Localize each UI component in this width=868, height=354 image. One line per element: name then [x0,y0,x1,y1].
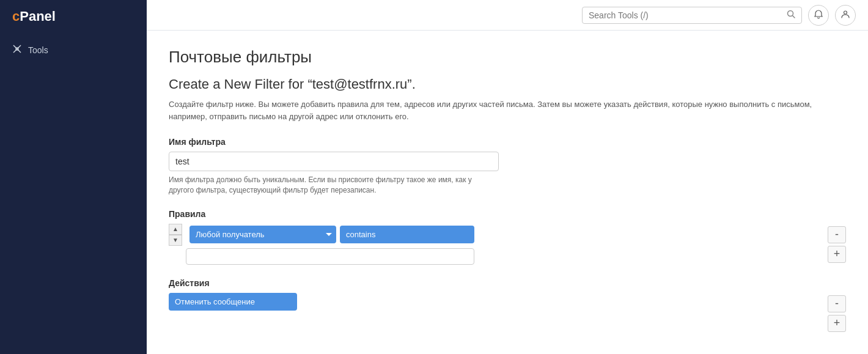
actions-plus-button[interactable]: + [828,315,846,332]
content: Почтовые фильтры Create a New Filter for… [147,31,868,354]
actions-section: Действия Отменить сообщение Перенаправит… [169,278,846,332]
actions-outer-row: Отменить сообщение Перенаправить на адре… [169,293,846,332]
filter-name-label: Имя фильтра [169,137,846,147]
user-button[interactable] [835,5,856,26]
rules-minus-button[interactable]: - [828,226,846,243]
main-area: Почтовые фильтры Create a New Filter for… [147,0,868,354]
rules-field-select[interactable]: Любой получатель От Кому Тема Тело письм… [189,226,336,243]
arrow-up-button[interactable]: ▲ [169,224,182,235]
rule-text-input[interactable] [186,248,474,265]
rules-pm-buttons: - + [809,224,846,263]
action-select[interactable]: Отменить сообщение Перенаправить на адре… [169,293,297,311]
actions-inner: Отменить сообщение Перенаправить на адре… [169,293,809,311]
sidebar: cPanel Tools [0,0,147,354]
arrow-down-button[interactable]: ▼ [169,235,182,246]
rules-label: Правила [169,209,846,219]
actions-row: Отменить сообщение Перенаправить на адре… [169,293,809,311]
rules-section: Правила ▲ ▼ Любой получатель От Кому Тем… [169,209,846,265]
filter-name-input[interactable] [169,152,499,171]
rules-plus-button[interactable]: + [828,246,846,263]
bell-button[interactable] [808,5,829,26]
svg-line-4 [793,15,795,18]
user-icon [840,9,850,21]
actions-label: Действия [169,278,846,288]
sidebar-item-tools[interactable]: Tools [0,38,147,62]
tools-icon [12,44,22,56]
actions-minus-button[interactable]: - [828,295,846,312]
filter-name-section: Имя фильтра Имя фильтра должно быть уник… [169,137,846,196]
rules-condition-select[interactable]: contains does not contain begins with en… [340,226,474,243]
rules-outer-row: ▲ ▼ Любой получатель От Кому Тема Тело п… [169,224,846,265]
rules-top-row: ▲ ▼ Любой получатель От Кому Тема Тело п… [169,224,809,246]
actions-pm-buttons: - + [809,293,846,332]
search-icon [787,10,795,21]
description: Создайте фильтр ниже. Вы можете добавить… [169,98,841,122]
bell-icon [814,9,823,21]
arrow-buttons: ▲ ▼ [169,224,182,246]
page-title: Почтовые фильтры [169,48,846,67]
search-box [582,7,802,24]
filter-name-hint: Имя фильтра должно быть уникальным. Если… [169,175,487,196]
rule-text-row [186,248,809,265]
sidebar-nav: Tools [0,33,147,67]
sidebar-item-label: Tools [28,45,48,55]
search-input[interactable] [589,10,783,20]
svg-point-5 [844,11,847,14]
filter-title: Create a New Filter for “test@testfrnx.r… [169,76,846,92]
logo-text: cPanel [12,9,56,24]
logo: cPanel [0,0,147,33]
topbar [147,0,868,31]
rules-inner: ▲ ▼ Любой получатель От Кому Тема Тело п… [169,224,809,265]
